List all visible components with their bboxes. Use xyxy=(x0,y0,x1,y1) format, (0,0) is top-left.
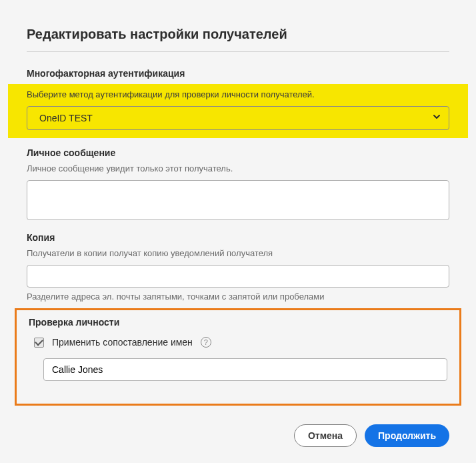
auth-method-selected: OneID TEST xyxy=(39,113,93,123)
recipient-name-input[interactable] xyxy=(43,358,447,381)
mfa-helper: Выберите метод аутентификации для провер… xyxy=(27,89,449,99)
mfa-highlight: Выберите метод аутентификации для провер… xyxy=(8,84,468,138)
dialog-footer: Отмена Продолжить xyxy=(27,424,449,447)
cc-helper-below: Разделите адреса эл. почты запятыми, точ… xyxy=(27,292,449,302)
personal-message-section: Личное сообщение Личное сообщение увидит… xyxy=(27,147,449,223)
continue-button[interactable]: Продолжить xyxy=(365,424,449,447)
name-matching-row: Применить сопоставление имен ? xyxy=(29,337,447,348)
name-matching-label: Применить сопоставление имен xyxy=(52,337,193,348)
message-label: Личное сообщение xyxy=(27,147,449,158)
auth-method-select-wrap: OneID TEST xyxy=(27,106,449,130)
message-helper: Личное сообщение увидит только этот полу… xyxy=(27,163,449,173)
cc-helper: Получатели в копии получат копию уведомл… xyxy=(27,248,449,258)
identity-label: Проверка личности xyxy=(29,317,447,328)
help-icon[interactable]: ? xyxy=(201,337,211,348)
personal-message-input[interactable] xyxy=(27,180,449,220)
auth-method-select[interactable]: OneID TEST xyxy=(27,106,449,130)
cc-label: Копия xyxy=(27,232,449,243)
identity-verification-section: Проверка личности Применить сопоставлени… xyxy=(15,308,461,406)
recipient-settings-panel: Редактировать настройки получателей Мног… xyxy=(0,0,476,460)
name-matching-checkbox[interactable] xyxy=(34,338,44,348)
name-input-wrap xyxy=(29,358,447,381)
mfa-section: Многофакторная аутентификация Выберите м… xyxy=(27,68,449,138)
page-title: Редактировать настройки получателей xyxy=(27,27,449,52)
mfa-label: Многофакторная аутентификация xyxy=(27,68,449,79)
cc-input[interactable] xyxy=(27,265,449,288)
cc-section: Копия Получатели в копии получат копию у… xyxy=(27,232,449,302)
cancel-button[interactable]: Отмена xyxy=(294,424,357,447)
